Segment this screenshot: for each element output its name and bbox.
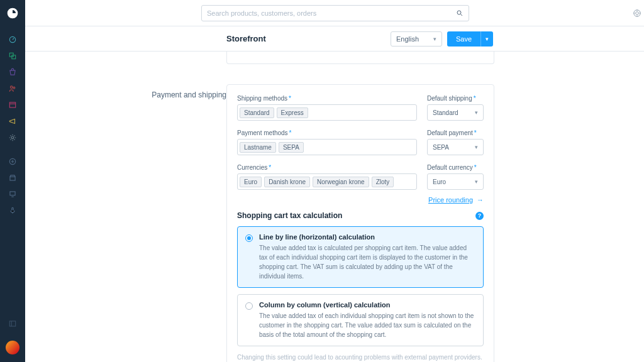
default-currency-select[interactable]: Euro▾	[427, 173, 484, 190]
section-title-payment: Payment and shipping	[146, 84, 226, 362]
nav-item-settings[interactable]	[0, 129, 25, 146]
shipping-methods-input[interactable]: Standard Express	[237, 104, 417, 121]
arrow-right-icon: →	[477, 196, 484, 204]
app-logo	[6, 6, 19, 20]
page-header: Storefront English ▾ Save ▾	[25, 26, 644, 52]
nav-item-store[interactable]	[0, 170, 25, 186]
tag[interactable]: Lastname	[240, 142, 276, 153]
svg-rect-11	[9, 321, 15, 326]
svg-point-6	[11, 136, 14, 139]
tax-option-horizontal[interactable]: Line by line (horizontal) calculation Th…	[237, 226, 484, 288]
nav-item-headless[interactable]	[0, 186, 25, 202]
save-button[interactable]: Save	[447, 31, 480, 47]
svg-rect-5	[9, 102, 15, 107]
tax-option-vertical[interactable]: Column by column (vertical) calculation …	[237, 294, 484, 346]
previous-card-bottom	[226, 52, 494, 64]
language-select[interactable]: English ▾	[391, 31, 442, 47]
search-input[interactable]	[207, 9, 456, 17]
default-shipping-select[interactable]: Standard▾	[427, 104, 484, 121]
svg-point-14	[636, 11, 639, 14]
tax-option-title: Column by column (vertical) calculation	[259, 301, 475, 309]
tag[interactable]: Zloty	[372, 177, 394, 187]
tag[interactable]: Norwegian krone	[313, 177, 369, 187]
price-rounding-link[interactable]: Price rounding	[428, 196, 473, 204]
radio-icon	[245, 302, 253, 310]
currencies-input[interactable]: Euro Danish krone Norwegian krone Zloty	[237, 173, 417, 190]
save-dropdown[interactable]: ▾	[480, 31, 493, 47]
chevron-down-icon: ▾	[475, 109, 478, 116]
help-icon[interactable]	[633, 9, 641, 18]
global-search[interactable]	[201, 5, 469, 21]
nav-item-mic[interactable]	[0, 202, 25, 219]
tag[interactable]: Standard	[240, 107, 274, 118]
content-area: Payment and shipping Shipping methods* S…	[25, 52, 644, 362]
tax-warning: Changing this setting could lead to acou…	[237, 353, 484, 362]
sidebar-collapse[interactable]	[0, 315, 25, 332]
default-payment-select[interactable]: SEPA▾	[427, 139, 484, 155]
payment-methods-input[interactable]: Lastname SEPA	[237, 139, 417, 155]
tax-calc-heading: Shopping cart tax calculation	[237, 211, 342, 220]
nav-item-marketing[interactable]	[0, 113, 25, 129]
search-icon	[456, 9, 464, 17]
default-shipping-label: Default shipping*	[427, 95, 484, 102]
chevron-down-icon: ▾	[475, 144, 478, 150]
help-icon[interactable]: ?	[475, 212, 484, 220]
nav-item-customers[interactable]	[0, 80, 25, 97]
user-avatar[interactable]	[6, 341, 19, 354]
svg-point-4	[13, 87, 15, 89]
nav-item-add[interactable]	[0, 153, 25, 170]
payment-methods-label: Payment methods*	[237, 129, 417, 136]
tag[interactable]: SEPA	[279, 142, 304, 153]
topbar	[25, 0, 644, 26]
payment-shipping-card: Shipping methods* Standard Express Defau…	[226, 84, 494, 362]
chevron-down-icon: ▾	[433, 36, 436, 42]
svg-point-3	[11, 86, 13, 89]
shipping-methods-label: Shipping methods*	[237, 95, 417, 102]
nav-item-dashboard[interactable]	[0, 31, 25, 48]
nav-item-catalog[interactable]	[0, 48, 25, 64]
nav-item-orders[interactable]	[0, 64, 25, 80]
sidebar	[0, 0, 25, 362]
tax-option-title: Line by line (horizontal) calculation	[259, 233, 475, 241]
radio-icon	[245, 234, 253, 242]
tax-option-desc: The value added tax is calculated per sh…	[259, 243, 475, 281]
tag[interactable]: Euro	[240, 177, 262, 187]
currencies-label: Currencies*	[237, 164, 417, 171]
svg-rect-9	[10, 192, 15, 195]
default-payment-label: Default payment*	[427, 129, 484, 136]
page-title: Storefront	[226, 34, 266, 43]
chevron-down-icon: ▾	[475, 178, 478, 185]
tag[interactable]: Danish krone	[264, 177, 310, 187]
tag[interactable]: Express	[277, 107, 308, 118]
tax-option-desc: The value added tax of each individual s…	[259, 311, 475, 339]
nav-item-content[interactable]	[0, 97, 25, 113]
default-currency-label: Default currency*	[427, 164, 484, 171]
chevron-down-icon: ▾	[486, 36, 489, 42]
svg-rect-8	[10, 177, 15, 180]
svg-point-12	[457, 11, 461, 14]
